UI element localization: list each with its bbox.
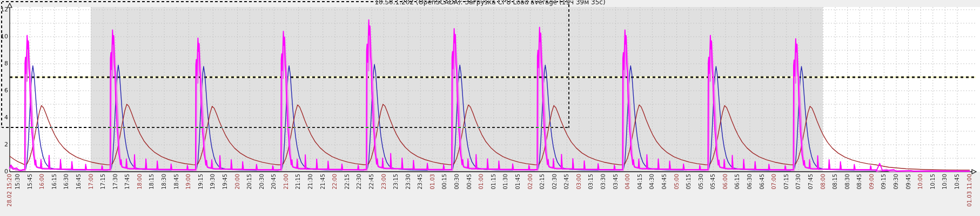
x-tick-label: 03:45 bbox=[613, 174, 619, 190]
magenta-line bbox=[10, 20, 970, 171]
x-tick-label: 16:00 bbox=[39, 174, 45, 190]
x-tick-label: 16:45 bbox=[76, 174, 82, 190]
x-tick-label: 20:45 bbox=[271, 174, 277, 190]
x-tick-label: 08:00 bbox=[820, 174, 826, 190]
x-tick-label: 03:00 bbox=[576, 174, 582, 190]
x-tick-label: 19:30 bbox=[210, 174, 216, 190]
x-tick-label: 01:30 bbox=[502, 174, 508, 190]
x-tick-label: 20:30 bbox=[259, 174, 265, 190]
x-tick-label: 22:45 bbox=[368, 174, 374, 190]
x-tick-label: 05:30 bbox=[698, 174, 704, 190]
x-tick-label: 20:15 bbox=[246, 174, 252, 190]
x-tick-label: 00:45 bbox=[466, 174, 472, 190]
x-tick-label: 10:30 bbox=[942, 174, 948, 190]
x-tick-label: 07:45 bbox=[808, 174, 814, 190]
x-tick-label: 02:30 bbox=[552, 174, 558, 190]
x-tick-label: 18:15 bbox=[149, 174, 155, 190]
pale-pink-line bbox=[10, 28, 970, 172]
x-tick-label: 09:00 bbox=[869, 174, 875, 190]
x-tick-label: 21:15 bbox=[295, 174, 301, 190]
x-tick-label: 08:15 bbox=[832, 174, 838, 190]
x-tick-label: 23:00 bbox=[381, 174, 387, 190]
x-tick-label: 22:30 bbox=[356, 174, 362, 190]
x-tick-label: 08:45 bbox=[856, 174, 862, 190]
x-tick-label: 05:00 bbox=[674, 174, 680, 190]
x-tick-label: 06:30 bbox=[747, 174, 753, 190]
x-tick-label: 01:15 bbox=[491, 174, 496, 190]
x-tick-label: 17:30 bbox=[112, 174, 118, 190]
y-tick-label: 2 bbox=[0, 141, 8, 148]
x-tick-label: 02:45 bbox=[563, 174, 569, 190]
x-tick-label: 06:00 bbox=[722, 174, 728, 190]
selection-rect-left[interactable] bbox=[1, 1, 2, 128]
x-tick-label: 04:30 bbox=[649, 174, 655, 190]
x-tick-label: 20:00 bbox=[234, 174, 240, 190]
x-tick-label: 00:30 bbox=[454, 174, 460, 190]
x-tick-label: 06:15 bbox=[734, 174, 740, 190]
x-tick-label: 03:30 bbox=[600, 174, 606, 190]
x-tick-label: 17:45 bbox=[124, 174, 130, 190]
x-tick-label: 23:30 bbox=[405, 174, 411, 190]
x-tick-label: 03:15 bbox=[588, 174, 594, 190]
x-tick-label: 02:15 bbox=[539, 174, 545, 190]
x-tick-label: 01:45 bbox=[515, 174, 521, 190]
x-tick-label: 22:00 bbox=[332, 174, 338, 190]
selection-rect-top[interactable] bbox=[1, 1, 569, 2]
x-tick-label: 07:00 bbox=[771, 174, 777, 190]
x-tick-label: 10:45 bbox=[954, 174, 960, 190]
x-tick-label: 10:15 bbox=[930, 174, 936, 190]
x-tick-label-date: 01.03 11:00 bbox=[966, 174, 972, 207]
x-tick-label: 04:45 bbox=[661, 174, 667, 190]
x-tick-label: 02:00 bbox=[527, 174, 533, 190]
selection-rect-bottom[interactable] bbox=[1, 127, 569, 128]
x-tick-label: 01:00 bbox=[478, 174, 484, 190]
x-tick-label: 19:45 bbox=[222, 174, 228, 190]
x-tick-label: 04:15 bbox=[637, 174, 643, 190]
dark-red-line bbox=[10, 104, 970, 170]
x-tick-label: 15:30 bbox=[15, 174, 21, 190]
x-tick-label: 08:30 bbox=[844, 174, 850, 190]
x-tick-label: 17:15 bbox=[100, 174, 106, 190]
x-tick-label: 16:15 bbox=[51, 174, 57, 190]
x-tick-label: 21:30 bbox=[307, 174, 313, 190]
x-tick-label: 23:15 bbox=[393, 174, 399, 190]
x-tick-label: 00:15 bbox=[441, 174, 447, 190]
x-tick-label: 10:00 bbox=[917, 174, 923, 190]
x-tick-label: 18:00 bbox=[137, 174, 143, 190]
x-tick-label: 19:15 bbox=[198, 174, 204, 190]
x-tick-label: 17:00 bbox=[88, 174, 94, 190]
x-tick-label: 23:45 bbox=[417, 174, 423, 190]
x-tick-label: 19:00 bbox=[185, 174, 191, 190]
x-tick-label: 21:00 bbox=[283, 174, 289, 190]
x-tick-label: 16:30 bbox=[63, 174, 69, 190]
x-axis-arrow-icon bbox=[972, 170, 976, 174]
x-tick-label: 05:15 bbox=[686, 174, 692, 190]
x-tick-label: 05:45 bbox=[710, 174, 716, 190]
x-tick-label: 07:30 bbox=[795, 174, 801, 190]
x-tick-label: 09:15 bbox=[881, 174, 887, 190]
x-tick-label: 09:45 bbox=[905, 174, 911, 190]
x-tick-label: 22:15 bbox=[344, 174, 350, 190]
x-tick-label-date: 28.02 15:20 bbox=[6, 174, 12, 207]
x-tick-label: 04:00 bbox=[625, 174, 630, 190]
trend-widget: 10.50.1.202 (OpenSCADA): Загрузка CPU Lo… bbox=[0, 0, 980, 216]
x-tick-label: 18:30 bbox=[161, 174, 167, 190]
x-tick-label-date: 01.03 bbox=[429, 174, 435, 190]
x-tick-label: 21:45 bbox=[320, 174, 326, 190]
x-tick-label: 09:30 bbox=[893, 174, 899, 190]
selection-rect-right[interactable] bbox=[568, 4, 569, 128]
x-tick-label: 07:15 bbox=[783, 174, 789, 190]
x-tick-label: 06:45 bbox=[759, 174, 765, 190]
x-tick-label: 15:45 bbox=[27, 174, 33, 190]
x-tick-label: 18:45 bbox=[173, 174, 179, 190]
